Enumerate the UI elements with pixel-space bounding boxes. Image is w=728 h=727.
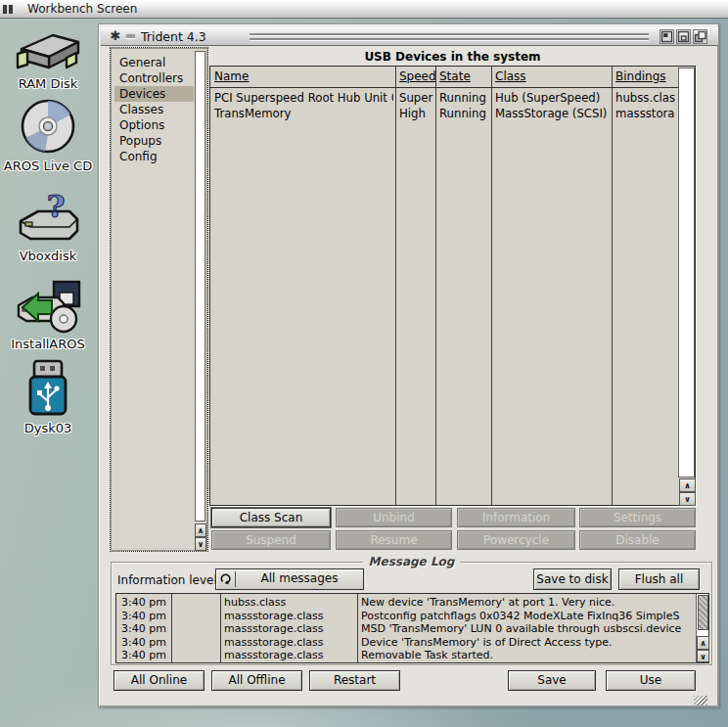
unbind-button[interactable]: Unbind [336,508,452,527]
information-level-value: All messages [238,569,361,589]
ram-disk-icon [12,27,84,74]
column-header-name[interactable]: Name [214,69,249,83]
titlebar-drag-area[interactable] [250,26,649,46]
all-online-button[interactable]: All Online [114,670,205,691]
column-header-speed[interactable]: Speed [399,69,436,83]
log-entry[interactable]: 3:40 pm massstorage.class Removable Task… [116,649,694,662]
sidebar-item-config[interactable]: Config [114,149,194,164]
desktop-icon-installaros[interactable]: InstallAROS [2,278,94,351]
resize-grip[interactable] [694,696,707,705]
sidebar-item-classes[interactable]: Classes [114,102,194,117]
sidebar-item-general[interactable]: General [114,55,194,70]
devices-table: Name Speed State Class Bindings PCI Supe… [209,66,696,506]
message-log-title: Message Log [363,555,461,568]
scroll-up-icon[interactable]: ∧ [195,523,206,537]
scroll-up-icon[interactable]: ∧ [679,478,696,492]
sidebar-category-list: General Controllers Devices Classes Opti… [111,48,207,551]
column-divider [435,67,436,505]
workbench-screen: Workbench Screen RAM Disk AROS Live CD [0,0,728,727]
suspend-button[interactable]: Suspend [211,530,331,550]
flush-all-button[interactable]: Flush all [618,568,700,590]
column-divider [612,67,613,505]
sidebar-item-options[interactable]: Options [114,117,194,133]
column-divider [491,67,492,505]
settings-button[interactable]: Settings [579,508,696,527]
log-scrollbar-thumb[interactable] [698,595,708,630]
devices-table-header: Name Speed State Class Bindings [210,67,695,88]
scroll-down-icon[interactable]: ∨ [697,650,709,662]
screen-title: Workbench Screen [27,2,137,16]
desktop-icon-ram-disk[interactable]: RAM Disk [2,27,94,91]
scroll-down-icon[interactable]: ∨ [679,492,696,506]
resume-button[interactable]: Resume [336,530,452,550]
screen-titlebar: Workbench Screen [0,0,728,19]
message-log-list: 3:40 pm hubss.class New device 'TransMem… [115,593,709,663]
icon-label: Dysk03 [2,421,94,435]
information-button[interactable]: Information [457,508,575,527]
titlebar-dash [126,34,135,38]
scroll-down-icon[interactable]: ∨ [195,537,206,551]
log-entry[interactable]: 3:40 pm massstorage.class MSD 'TransMemo… [116,622,694,636]
column-header-class[interactable]: Class [495,69,526,83]
table-scrollbar[interactable] [678,68,695,477]
icon-label: RAM Disk [2,76,94,91]
message-log-group: Message Log Information level: All messa… [111,562,712,665]
desktop-icon-vboxdisk[interactable]: ? Vboxdisk [2,190,94,263]
zoom-gadget-icon[interactable] [660,29,674,44]
desktop-icon-dysk03[interactable]: Dysk03 [2,358,94,435]
close-icon[interactable]: ✱ [108,27,123,44]
log-entry[interactable]: 3:40 pm massstorage.class Device 'TransM… [116,636,694,650]
sidebar-item-controllers[interactable]: Controllers [114,70,194,86]
column-header-state[interactable]: State [439,69,471,83]
svg-text:?: ? [47,190,66,225]
usb-stick-icon [20,358,76,419]
sidebar-item-devices[interactable]: Devices [114,86,194,102]
icon-label: Vboxdisk [2,249,94,263]
window-titlebar[interactable]: ✱ Trident 4.3 [101,26,718,46]
save-to-disk-button[interactable]: Save to disk [533,568,612,590]
powercycle-button[interactable]: Powercycle [457,530,575,550]
save-button[interactable]: Save [508,670,596,691]
desktop-icon-aros-live-cd[interactable]: AROS Live CD [2,98,94,173]
information-level-label: Information level: [117,573,221,587]
information-level-cycle[interactable]: All messages [215,568,364,590]
all-offline-button[interactable]: All Offline [211,670,302,691]
window-title: Trident 4.3 [141,29,206,44]
trident-window: ✱ Trident 4.3 General Controllers Device… [98,23,719,707]
restart-button[interactable]: Restart [309,670,400,691]
sidebar-item-popups[interactable]: Popups [114,133,194,149]
sidebar-scrollbar[interactable] [195,51,205,522]
icon-label: AROS Live CD [2,159,94,173]
column-header-bindings[interactable]: Bindings [615,69,666,83]
screen-depth-icon[interactable] [3,5,13,14]
table-row[interactable]: PCI Superspeed Root Hub Unit 0 Super Run… [210,90,677,106]
devices-panel-title: USB Devices in the system [209,50,696,64]
use-button[interactable]: Use [606,670,696,691]
log-entry[interactable]: 3:40 pm massstorage.class Postconfig pat… [116,610,694,623]
disable-button[interactable]: Disable [579,530,696,550]
cycle-icon [218,571,236,587]
cd-icon [16,98,80,157]
log-entry[interactable]: 3:40 pm hubss.class New device 'TransMem… [116,596,694,610]
install-icon [13,278,83,335]
table-row[interactable]: TransMemory High Running MassStorage (SC… [210,106,677,121]
icon-label: InstallAROS [2,337,94,351]
column-divider [395,67,396,505]
hard-disk-question-icon: ? [13,190,83,247]
scroll-up-icon[interactable]: ∧ [697,636,709,650]
iconify-gadget-icon[interactable] [676,29,691,44]
class-scan-button[interactable]: Class Scan [211,508,331,527]
depth-gadget-icon[interactable] [693,29,707,44]
